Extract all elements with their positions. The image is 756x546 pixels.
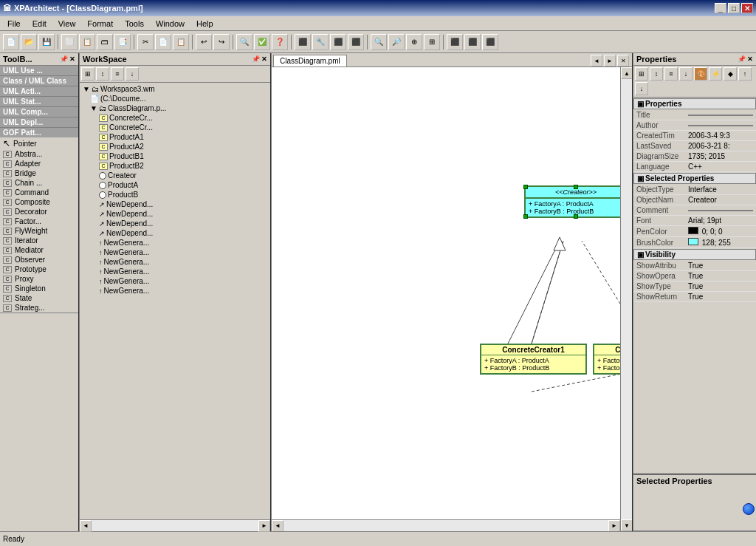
tree-concretecr1[interactable]: C ConcreteCr...	[81, 113, 269, 123]
props-btn-1[interactable]: ⊞	[635, 67, 648, 81]
toolbox-item-mediator[interactable]: C Mediator	[0, 245, 78, 255]
props-close[interactable]: ✕	[747, 55, 753, 63]
toolbox-item-decorator[interactable]: C Decorator	[0, 207, 78, 216]
menu-file[interactable]: File	[1, 18, 27, 30]
props-section-visibility[interactable]: ▣ Visibility	[633, 249, 756, 260]
diagram-scrollbar-v[interactable]: ▲ ▼	[620, 67, 632, 531]
toolbox-item-bridge[interactable]: C Bridge	[0, 168, 78, 178]
handle-tm[interactable]	[574, 185, 578, 189]
redo-button[interactable]: ↪	[213, 34, 230, 50]
tb-btn-16[interactable]: ❓	[272, 34, 288, 50]
tree-producta[interactable]: ProductA	[81, 180, 269, 190]
toolbox-section-title-depl[interactable]: UML Depl...	[0, 117, 78, 127]
toolbox-item-prototype[interactable]: C Prototype	[0, 265, 78, 274]
tree-newgenera1[interactable]: ↑ NewGenera...	[81, 238, 269, 248]
tb-btn-14[interactable]: 🔍	[236, 34, 252, 50]
copy-button[interactable]: 📄	[155, 34, 171, 50]
props-section-properties[interactable]: ▣ Properties	[633, 98, 756, 109]
props-btn-5[interactable]: 🎨	[694, 67, 707, 81]
workspace-pin[interactable]: 📌	[252, 55, 260, 63]
toolbox-item-command[interactable]: C Command	[0, 188, 78, 197]
tree-producta2[interactable]: C ProductA2	[81, 142, 269, 151]
props-pin[interactable]: 📌	[738, 55, 746, 63]
ws-btn-2[interactable]: ↕	[96, 67, 109, 81]
ws-scroll-right[interactable]: ►	[258, 520, 270, 532]
undo-button[interactable]: ↩	[196, 34, 212, 50]
handle-tl[interactable]	[523, 185, 528, 189]
zoom-fit-button[interactable]: ⊕	[406, 34, 422, 50]
props-value-comment[interactable]	[688, 210, 753, 211]
toolbox-section-title-class[interactable]: Class / UML Class	[0, 76, 78, 86]
diag-scroll-right[interactable]: ►	[608, 520, 620, 532]
tree-newdepend2[interactable]: ↗ NewDepend...	[81, 209, 269, 219]
ws-scroll-left[interactable]: ◄	[80, 520, 92, 532]
toolbox-section-title-usecase[interactable]: UML Use ...	[0, 66, 78, 75]
tb-btn-21[interactable]: ⬛	[348, 34, 364, 50]
menu-edit[interactable]: Edit	[27, 18, 52, 30]
toolbox-section-title-acti[interactable]: UML Acti...	[0, 86, 78, 96]
tree-createor[interactable]: Createor	[81, 171, 269, 180]
open-button[interactable]: 📂	[21, 34, 37, 50]
paste-button[interactable]: 📋	[173, 34, 189, 50]
ws-btn-3[interactable]: ≡	[111, 67, 124, 81]
tree-newdepend4[interactable]: ↗ NewDepend...	[81, 228, 269, 238]
diag-scroll-down[interactable]: ▼	[621, 519, 632, 531]
zoom-out-button[interactable]: 🔎	[388, 34, 405, 50]
props-btn-2[interactable]: ↕	[650, 67, 663, 81]
tb-btn-6[interactable]: 🗃	[97, 34, 113, 50]
toolbox-item-chain[interactable]: C Chain ...	[0, 178, 78, 188]
toolbox-section-title-gof[interactable]: GOF Patt...	[0, 128, 78, 137]
tree-workspace3[interactable]: ▼ 🗂 Workspace3.wm	[81, 84, 269, 94]
ws-btn-4[interactable]: ↓	[126, 67, 139, 81]
diagram-canvas[interactable]: <<Createor>> + FactoryA : ProductA + Fac…	[272, 67, 620, 519]
toolbox-close[interactable]: ✕	[69, 55, 75, 63]
toolbox-item-state[interactable]: C State	[0, 293, 78, 303]
tree-newdepend3[interactable]: ↗ NewDepend...	[81, 219, 269, 228]
toolbox-item-observer[interactable]: C Observer	[0, 255, 78, 265]
props-btn-8[interactable]: ↑	[738, 67, 752, 81]
toolbox-item-proxy[interactable]: C Proxy	[0, 274, 78, 284]
tb-btn-4[interactable]: ⬜	[61, 34, 78, 50]
restore-button[interactable]: □	[728, 3, 740, 13]
tree-newgenera3[interactable]: ↑ NewGenera...	[81, 257, 269, 267]
diagram-nav-right[interactable]: ►	[604, 55, 616, 66]
props-btn-6[interactable]: ⚡	[709, 67, 722, 81]
tb-btn-5[interactable]: 📋	[79, 34, 95, 50]
toolbox-item-singleton[interactable]: C Singleton	[0, 284, 78, 293]
diagram-tab-classdiagram[interactable]: ClassDiagram.pml	[273, 55, 347, 66]
tree-newgenera4[interactable]: ↑ NewGenera...	[81, 267, 269, 276]
diagram-scrollbar-h[interactable]: ◄ ►	[272, 519, 620, 531]
toolbox-item-factor[interactable]: C Factor...	[0, 216, 78, 226]
tb-btn-15[interactable]: ✅	[254, 34, 270, 50]
tree-producta1[interactable]: C ProductA1	[81, 132, 269, 142]
diagram-nav-left[interactable]: ◄	[591, 55, 602, 66]
tree-classdiagram[interactable]: ▼ 🗂 ClassDiagram.p...	[81, 103, 269, 113]
toolbox-item-composite[interactable]: C Composite	[0, 197, 78, 207]
ws-btn-1[interactable]: ⊞	[81, 67, 94, 81]
tree-newgenera5[interactable]: ↑ NewGenera...	[81, 276, 269, 286]
menu-tools[interactable]: Tools	[119, 18, 150, 30]
workspace-close[interactable]: ✕	[261, 55, 267, 63]
toolbox-item-flyweight[interactable]: C FlyWeight	[0, 226, 78, 236]
new-button[interactable]: 📄	[3, 34, 19, 50]
props-btn-3[interactable]: ≡	[664, 67, 678, 81]
tb-right-3[interactable]: ⬛	[482, 34, 498, 50]
uml-class-createor[interactable]: <<Createor>> + FactoryA : ProductA + Fac…	[524, 185, 620, 218]
tb-btn-19[interactable]: 🔧	[312, 34, 329, 50]
diag-scroll-left[interactable]: ◄	[272, 520, 284, 532]
tree-concretecr2[interactable]: C ConcreteCr...	[81, 123, 269, 132]
toolbox-section-title-comp[interactable]: UML Comp...	[0, 107, 78, 117]
toolbox-item-adapter[interactable]: C Adapter	[0, 159, 78, 168]
tree-docpath[interactable]: 📄 (C:\Docume...	[81, 94, 269, 103]
diag-scroll-up[interactable]: ▲	[621, 67, 632, 79]
handle-bl[interactable]	[523, 214, 528, 219]
workspace-scrollbar-h[interactable]: ◄ ►	[80, 519, 270, 531]
tree-newdepend1[interactable]: ↗ NewDepend...	[81, 199, 269, 209]
toolbox-item-abstra[interactable]: C Abstra...	[0, 149, 78, 159]
toolbox-item-pointer[interactable]: ↖ Pointer	[0, 137, 78, 149]
menu-format[interactable]: Format	[81, 18, 119, 30]
toolbox-section-title-stat[interactable]: UML Stat...	[0, 97, 78, 106]
uml-class-concretecreator2[interactable]: ConcreteCreator2 + FactoryA : ProductA +…	[593, 344, 620, 375]
toolbox-item-iterator[interactable]: C Iterator	[0, 236, 78, 245]
diagram-close-btn[interactable]: ✕	[617, 55, 629, 66]
